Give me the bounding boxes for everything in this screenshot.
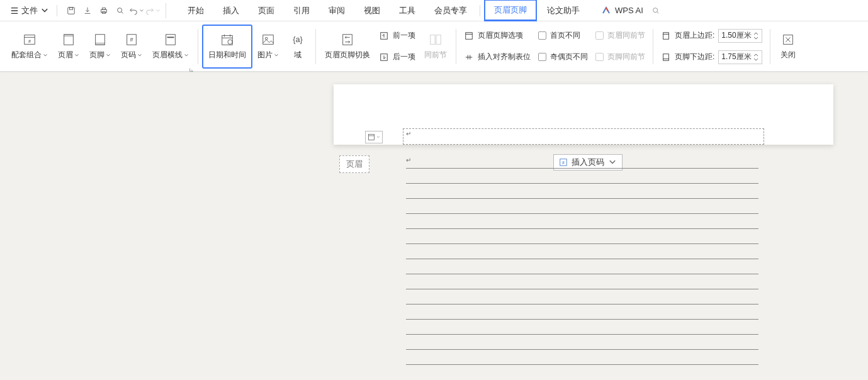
- prev-icon: [380, 31, 388, 40]
- header-badge: 页眉: [339, 155, 369, 173]
- header-line-icon: [164, 33, 178, 47]
- header-dropdown[interactable]: [365, 131, 383, 143]
- picture-icon: [261, 33, 275, 47]
- save-button[interactable]: [64, 3, 79, 18]
- chevron-down-icon: [43, 53, 48, 58]
- spin-up[interactable]: [753, 52, 759, 57]
- picture-button[interactable]: 图片: [252, 25, 284, 69]
- close-icon: [781, 33, 795, 47]
- footer-margin-row: 页脚下边距: 1.75厘米: [661, 48, 762, 66]
- svg-rect-12: [96, 43, 105, 45]
- text-line: [406, 335, 758, 350]
- svg-point-5: [118, 8, 122, 12]
- tab-start[interactable]: 开始: [179, 1, 213, 20]
- document-canvas[interactable]: 页眉 # 插入页码: [0, 72, 868, 380]
- caret-down-icon: [753, 36, 758, 40]
- text-line: [406, 214, 758, 229]
- page-number-button[interactable]: # 页码: [116, 25, 147, 69]
- svg-rect-24: [431, 35, 435, 45]
- chevron-down-icon: [155, 8, 161, 13]
- tab-tools[interactable]: 工具: [390, 1, 424, 20]
- tab-member[interactable]: 会员专享: [426, 1, 476, 20]
- caret-up-icon: [753, 31, 758, 35]
- spin-up[interactable]: [753, 31, 759, 36]
- spin-down[interactable]: [753, 36, 759, 41]
- export-icon: [83, 6, 92, 15]
- switch-button[interactable]: 页眉页脚切换: [320, 25, 375, 69]
- header-edit-area[interactable]: [403, 128, 764, 145]
- page[interactable]: [334, 84, 833, 145]
- redo-icon: [145, 6, 154, 15]
- svg-text:#: #: [28, 38, 31, 44]
- svg-rect-18: [263, 35, 274, 45]
- document-body[interactable]: [406, 154, 758, 365]
- caret-up-icon: [753, 53, 758, 57]
- header-margin-input[interactable]: 1.50厘米: [718, 29, 762, 43]
- text-line: [406, 320, 758, 335]
- tab-thesis[interactable]: 论文助手: [538, 1, 589, 20]
- text-line: [406, 350, 758, 365]
- combo-icon: #: [23, 33, 37, 47]
- first-diff-checkbox[interactable]: 首页不同: [538, 27, 588, 45]
- svg-rect-21: [343, 35, 352, 45]
- print-button[interactable]: [96, 3, 111, 18]
- insert-tabs-button[interactable]: 插入对齐制表位: [464, 48, 531, 66]
- chevron-down-icon: [74, 53, 79, 58]
- redo-button[interactable]: [145, 3, 161, 18]
- header-icon: [62, 33, 76, 47]
- svg-point-17: [228, 40, 232, 44]
- tabs-icon: [465, 53, 473, 62]
- combo-button[interactable]: # 配套组合: [6, 25, 53, 69]
- search-button[interactable]: [648, 3, 663, 18]
- svg-rect-10: [64, 35, 74, 37]
- dialog-launcher[interactable]: [189, 64, 195, 70]
- export-button[interactable]: [80, 3, 95, 18]
- options-button[interactable]: 页眉页脚选项: [464, 27, 531, 45]
- tab-reference[interactable]: 引用: [285, 1, 318, 20]
- header-same-checkbox: 页眉同前节: [595, 27, 645, 45]
- calendar-icon: [220, 33, 234, 47]
- svg-rect-16: [222, 36, 233, 45]
- svg-rect-1: [69, 7, 72, 9]
- chevron-down-icon: [139, 8, 144, 13]
- spin-down[interactable]: [753, 57, 759, 62]
- close-button[interactable]: 关闭: [774, 25, 802, 69]
- file-menu-button[interactable]: 文件: [5, 3, 54, 19]
- date-time-button[interactable]: 日期和时间: [202, 25, 252, 69]
- text-line: [406, 229, 758, 244]
- text-line: [406, 169, 758, 184]
- chevron-down-icon: [184, 53, 189, 58]
- field-icon: {a}: [291, 33, 305, 47]
- chevron-down-icon: [376, 133, 380, 141]
- separator: [198, 29, 198, 64]
- undo-button[interactable]: [129, 3, 144, 18]
- wps-ai-icon: [601, 6, 611, 16]
- footer-icon: [93, 33, 107, 47]
- tab-review[interactable]: 审阅: [320, 1, 354, 20]
- footer-button[interactable]: 页脚: [84, 25, 116, 69]
- tab-insert[interactable]: 插入: [214, 1, 248, 20]
- same-prev-button: 同前节: [419, 25, 452, 69]
- tab-view[interactable]: 视图: [355, 1, 389, 20]
- odd-even-checkbox[interactable]: 奇偶页不同: [538, 48, 588, 66]
- next-item-button[interactable]: 后一项: [379, 48, 415, 66]
- page-number-icon: #: [125, 33, 138, 47]
- switch-icon: [341, 33, 354, 47]
- options-icon: [465, 31, 473, 40]
- field-button[interactable]: {a} 域: [284, 25, 312, 69]
- tab-header-footer[interactable]: 页眉页脚: [484, 0, 537, 21]
- print-preview-button[interactable]: [113, 3, 128, 18]
- header-button[interactable]: 页眉: [53, 25, 84, 69]
- margin-bottom-icon: [662, 53, 670, 62]
- separator: [456, 29, 456, 64]
- footer-margin-input[interactable]: 1.75厘米: [718, 50, 762, 64]
- tab-page[interactable]: 页面: [249, 1, 283, 20]
- svg-rect-15: [166, 35, 176, 45]
- header-line-button[interactable]: 页眉横线: [147, 25, 194, 69]
- svg-rect-25: [436, 35, 441, 45]
- wps-ai-button[interactable]: WPS AI: [601, 6, 643, 16]
- checkbox-icon: [538, 53, 546, 61]
- prev-item-button[interactable]: 前一项: [379, 27, 415, 45]
- header-margin-row: 页眉上边距: 1.50厘米: [661, 27, 762, 45]
- caret-down-icon: [753, 58, 758, 62]
